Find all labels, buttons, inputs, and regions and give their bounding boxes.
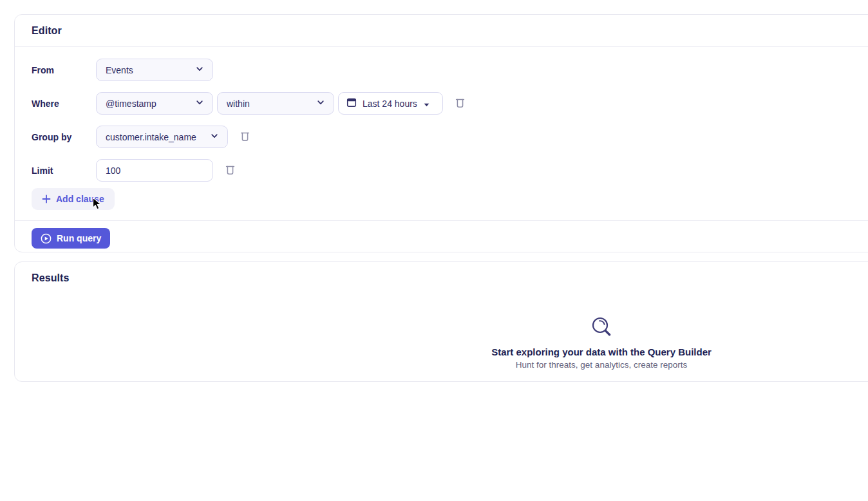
run-query-button[interactable]: Run query: [32, 228, 110, 249]
from-source-select[interactable]: Events: [96, 59, 213, 81]
empty-state-title: Start exploring your data with the Query…: [15, 346, 868, 357]
chevron-down-icon: [316, 97, 326, 109]
from-clause-row: From Events: [32, 59, 868, 81]
where-operator-select[interactable]: within: [217, 92, 334, 115]
where-field-value: @timestamp: [106, 99, 156, 109]
group-by-clause-row: Group by customer.intake_name: [32, 126, 868, 148]
where-clause-row: Where @timestamp within: [32, 92, 868, 115]
trash-icon: [455, 97, 465, 110]
delete-limit-clause-button[interactable]: [224, 163, 236, 178]
limit-label: Limit: [32, 165, 96, 176]
trash-icon: [225, 164, 235, 177]
add-clause-label: Add clause: [56, 194, 104, 204]
limit-clause-row: Limit: [32, 159, 868, 182]
chevron-down-icon: [194, 64, 205, 76]
time-range-button[interactable]: Last 24 hours: [338, 92, 443, 115]
caret-down-icon: [424, 99, 429, 109]
results-card: Results Start exploring your data with t…: [14, 261, 868, 382]
results-title: Results: [32, 272, 70, 284]
play-circle-icon: [41, 233, 52, 244]
editor-footer: Run query: [15, 220, 868, 249]
where-field-select[interactable]: @timestamp: [96, 92, 213, 115]
limit-input[interactable]: [96, 159, 213, 182]
magnifying-glass-icon: [589, 315, 614, 342]
delete-group-by-clause-button[interactable]: [239, 129, 251, 145]
group-by-value: customer.intake_name: [106, 132, 196, 142]
editor-body: From Events Where @timestamp within: [15, 47, 868, 220]
editor-card: Editor From Events Where @timestamp w: [14, 14, 868, 252]
empty-state-subtitle: Hunt for threats, get analytics, create …: [15, 360, 868, 370]
calendar-icon: [346, 97, 357, 109]
from-label: From: [32, 65, 96, 75]
editor-title: Editor: [32, 25, 62, 37]
results-header: Results: [15, 262, 868, 294]
chevron-down-icon: [194, 97, 205, 109]
where-operator-value: within: [227, 99, 250, 109]
plus-icon: [42, 194, 51, 203]
group-by-select[interactable]: customer.intake_name: [96, 126, 228, 148]
where-label: Where: [32, 99, 96, 109]
editor-header: Editor: [15, 15, 868, 47]
delete-where-clause-button[interactable]: [454, 96, 466, 111]
from-source-value: Events: [106, 65, 133, 75]
results-empty-state: Start exploring your data with the Query…: [15, 315, 868, 370]
trash-icon: [240, 131, 250, 144]
add-clause-button[interactable]: Add clause: [32, 188, 115, 210]
chevron-down-icon: [209, 131, 220, 143]
group-by-label: Group by: [32, 132, 96, 142]
run-query-label: Run query: [57, 233, 101, 243]
time-range-value: Last 24 hours: [363, 99, 417, 109]
